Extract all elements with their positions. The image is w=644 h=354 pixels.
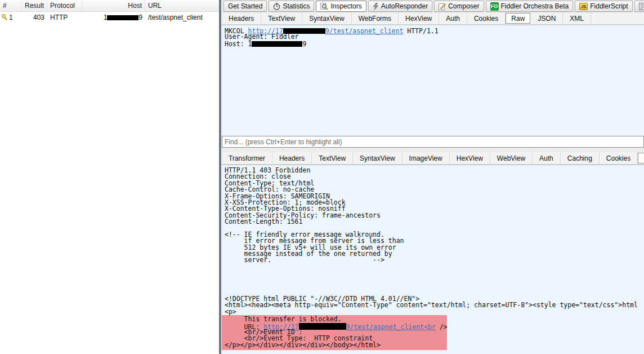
response-line: Content-Length: 1561 bbox=[225, 219, 644, 225]
main-tab-strip: Get Started Statistics bbox=[222, 0, 644, 12]
session-host: 19 bbox=[82, 14, 145, 21]
response-line: <html><head><meta http-equiv="Content-Ty… bbox=[225, 302, 644, 308]
lightning-icon bbox=[373, 3, 379, 10]
column-header-number[interactable]: # bbox=[0, 0, 21, 11]
request-tab-auth[interactable]: Auth bbox=[439, 12, 467, 24]
key-icon bbox=[1, 14, 7, 21]
session-list-panel: # Result Protocol Host URL 1 403 HTTP 19… bbox=[0, 0, 219, 354]
response-tab-textview[interactable]: TextView bbox=[312, 152, 353, 164]
session-list-header: # Result Protocol Host URL bbox=[0, 0, 219, 12]
compose-icon bbox=[439, 3, 446, 10]
session-url: /test/aspnet_client bbox=[145, 14, 219, 21]
response-tab-cookies[interactable]: Cookies bbox=[600, 152, 638, 164]
response-line bbox=[225, 283, 644, 289]
request-tab-cookies[interactable]: Cookies bbox=[467, 12, 506, 24]
request-line: Host: 19 bbox=[225, 41, 644, 47]
response-tab-transformer[interactable]: Transformer bbox=[222, 152, 272, 164]
tab-inspectors[interactable]: Inspectors bbox=[316, 1, 366, 12]
tab-composer[interactable]: Composer bbox=[434, 1, 484, 12]
response-tab-headers[interactable]: Headers bbox=[272, 152, 312, 164]
request-raw-view[interactable]: MKCOL http://179/test/aspnet_client HTTP… bbox=[222, 25, 644, 136]
redaction-bar bbox=[299, 323, 346, 330]
fiddlerscript-icon: JS bbox=[579, 3, 588, 10]
column-header-result[interactable]: Result bbox=[21, 0, 47, 11]
request-inspector-tab-strip: Headers TextView SyntaxView WebForms Hex… bbox=[222, 12, 644, 25]
request-tab-json[interactable]: JSON bbox=[531, 12, 563, 24]
fiddler-orchestra-icon: FO bbox=[490, 2, 499, 11]
request-response-splitter[interactable] bbox=[222, 148, 644, 152]
response-tab-caching[interactable]: Caching bbox=[561, 152, 600, 164]
tab-fiddlerscript[interactable]: JS FiddlerScript bbox=[575, 1, 632, 12]
response-tab-syntaxview[interactable]: SyntaxView bbox=[353, 152, 402, 164]
column-header-url[interactable]: URL bbox=[145, 0, 219, 11]
response-tab-raw[interactable]: Raw bbox=[638, 153, 644, 163]
response-body-lines: HTTP/1.1 403 ForbiddenConnection: closeC… bbox=[225, 167, 644, 315]
request-tab-textview[interactable]: TextView bbox=[261, 12, 302, 24]
find-bar bbox=[222, 136, 644, 148]
session-number: 1 bbox=[9, 14, 13, 21]
magnifier-icon bbox=[320, 3, 328, 10]
redaction-bar bbox=[107, 15, 138, 20]
inspector-panel: Get Started Statistics bbox=[222, 0, 644, 354]
response-tab-imageview[interactable]: ImageView bbox=[402, 152, 450, 164]
tab-get-started[interactable]: Get Started bbox=[223, 1, 267, 12]
log-document-icon bbox=[639, 3, 644, 10]
find-input[interactable] bbox=[222, 136, 643, 147]
response-inspector-tab-strip: Transformer Headers TextView SyntaxView … bbox=[222, 152, 644, 165]
stopwatch-icon bbox=[273, 3, 280, 10]
blocked-transfer-highlight: This transfer is blocked. URL: http://17… bbox=[222, 315, 447, 350]
session-protocol: HTTP bbox=[47, 14, 82, 21]
response-line bbox=[225, 264, 644, 270]
session-row[interactable]: 1 403 HTTP 19 /test/aspnet_client bbox=[0, 12, 219, 23]
response-line bbox=[225, 277, 644, 283]
fiddler-window: # Result Protocol Host URL 1 403 HTTP 19… bbox=[0, 0, 644, 354]
request-tab-webforms[interactable]: WebForms bbox=[352, 12, 399, 24]
column-header-protocol[interactable]: Protocol bbox=[47, 0, 82, 11]
tab-autoresponder[interactable]: AutoResponder bbox=[368, 1, 432, 12]
request-line: MKCOL http://179/test/aspnet_client HTTP… bbox=[225, 28, 644, 34]
blocked-line: </p></p></div></div></div></body></html> bbox=[225, 342, 447, 348]
request-tab-raw[interactable]: Raw bbox=[506, 13, 530, 24]
blocked-line: This transfer is blocked. bbox=[225, 316, 447, 322]
tab-statistics[interactable]: Statistics bbox=[269, 1, 314, 12]
session-result: 403 bbox=[21, 14, 47, 21]
response-tab-auth[interactable]: Auth bbox=[533, 152, 561, 164]
request-tab-syntaxview[interactable]: SyntaxView bbox=[302, 12, 351, 24]
response-line: server. --> bbox=[225, 257, 644, 263]
request-tab-hexview[interactable]: HexView bbox=[399, 12, 439, 24]
response-raw-view[interactable]: HTTP/1.1 403 ForbiddenConnection: closeC… bbox=[222, 165, 644, 354]
redaction-bar bbox=[252, 41, 302, 47]
session-number-cell: 1 bbox=[0, 14, 21, 21]
redaction-bar bbox=[283, 28, 325, 34]
column-header-host[interactable]: Host bbox=[82, 0, 145, 11]
response-tab-hexview[interactable]: HexView bbox=[450, 152, 490, 164]
request-tab-xml[interactable]: XML bbox=[563, 12, 591, 24]
response-line bbox=[225, 270, 644, 276]
response-tab-webview[interactable]: WebView bbox=[490, 152, 533, 164]
request-line: User-Agent: Fiddler bbox=[225, 34, 644, 40]
tab-log[interactable]: Log bbox=[634, 1, 644, 12]
response-line: <p> bbox=[225, 309, 644, 315]
tab-fiddler-orchestra[interactable]: FO Fiddler Orchestra Beta bbox=[486, 1, 574, 12]
request-tab-headers[interactable]: Headers bbox=[222, 12, 261, 24]
